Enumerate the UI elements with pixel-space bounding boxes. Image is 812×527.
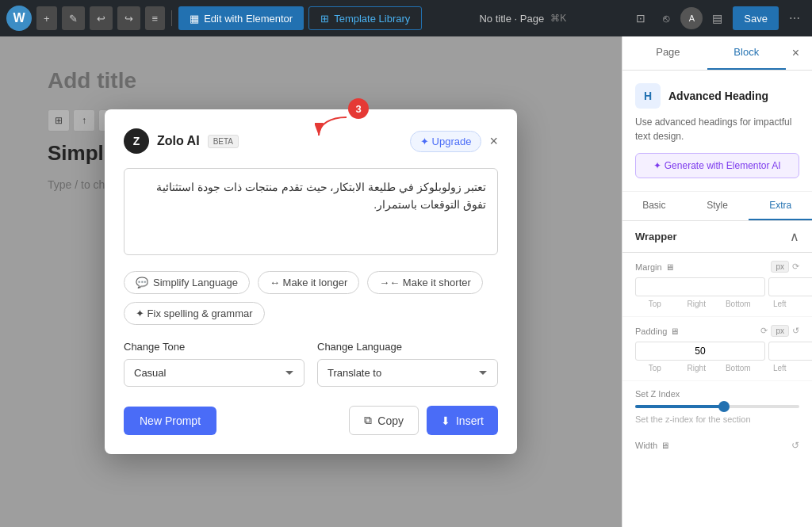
margin-right-label: Right (677, 300, 717, 308)
padding-link-icon[interactable]: ⟳ (760, 326, 768, 336)
tab-page[interactable]: Page (629, 36, 707, 70)
margin-responsive-icon[interactable]: 🖥 (665, 262, 674, 272)
editor-canvas: Add title ⊞ ↑ ≡ 💬 ✎ Simplif Type / to ch… (0, 36, 622, 527)
advanced-heading-section: H Advanced Heading Use advanced headings… (622, 71, 812, 192)
change-tone-label: Change Tone (124, 341, 304, 353)
list-icon-button[interactable]: ≡ (145, 6, 166, 30)
topbar: W + ✎ ↩ ↪ ≡ ▦ Edit with Elementor ⊞ Temp… (0, 0, 812, 36)
section-desc: Use advanced headings for impactful text… (635, 115, 799, 143)
tone-select[interactable]: Casual Formal Friendly Professional (124, 359, 304, 387)
fix-spelling-button[interactable]: ✦ Fix spelling & grammar (124, 302, 265, 325)
page-title: No title · Page (479, 13, 544, 25)
copy-icon: ⧉ (364, 414, 372, 427)
sub-tab-basic[interactable]: Basic (622, 192, 686, 220)
edit-elementor-button[interactable]: ▦ Edit with Elementor (178, 6, 304, 30)
generate-ai-button[interactable]: ✦ Generate with Elementor AI (635, 153, 799, 178)
insert-icon: ⬇ (441, 414, 450, 427)
sub-tab-extra[interactable]: Extra (749, 192, 812, 220)
tab-block[interactable]: Block (707, 36, 786, 70)
save-button[interactable]: Save (733, 6, 779, 30)
insert-button[interactable]: ⬇ Insert (427, 406, 498, 435)
heading-icon: H (635, 83, 661, 109)
new-prompt-button[interactable]: New Prompt (124, 407, 216, 435)
padding-label: Padding 🖥 ⟳ px ↺ (635, 325, 799, 337)
modal-header: Z Zolo AI BETA ✦ Upgrade × (124, 128, 498, 154)
padding-right-input[interactable] (768, 342, 812, 361)
more-options-button[interactable]: ⋯ (783, 7, 806, 29)
topbar-divider (171, 10, 172, 26)
make-longer-button[interactable]: ↔ Make it longer (258, 271, 359, 294)
z-index-slider-thumb[interactable] (718, 401, 730, 412)
main-area: Add title ⊞ ↑ ≡ 💬 ✎ Simplif Type / to ch… (0, 36, 812, 527)
responsive-icon-button[interactable]: ⊡ (630, 7, 652, 29)
wrapper-collapse[interactable]: Wrapper ∧ (622, 221, 812, 253)
step-number-badge: 3 (348, 98, 369, 119)
padding-unit: px (771, 325, 789, 337)
simplify-icon: 💬 (136, 277, 148, 288)
padding-prop: Padding 🖥 ⟳ px ↺ Top Right Bottom Left (622, 317, 812, 381)
zolo-logo-icon: Z (124, 128, 149, 154)
modal-close-button[interactable]: × (489, 134, 498, 148)
topbar-right-icons: ⊡ ⎋ A ▤ (630, 7, 728, 29)
beta-badge: BETA (208, 135, 239, 148)
section-header: H Advanced Heading (635, 83, 799, 109)
modal-logo-area: Z Zolo AI BETA (124, 128, 239, 154)
margin-label: Margin 🖥 px ⟳ (635, 261, 799, 273)
edit-icon-button[interactable]: ✎ (62, 6, 85, 30)
margin-right-input[interactable] (768, 277, 812, 296)
make-shorter-button[interactable]: →← Make it shorter (367, 271, 483, 294)
upgrade-button[interactable]: ✦ Upgrade (410, 131, 481, 152)
action-row-2: ✦ Fix spelling & grammar (124, 302, 498, 325)
right-panel: Page Block × H Advanced Heading Use adva… (622, 36, 812, 527)
margin-link-icon[interactable]: ⟳ (792, 262, 799, 272)
padding-left-label: Left (760, 364, 800, 372)
panel-tabs: Page Block × (622, 36, 812, 71)
panel-close-button[interactable]: × (786, 36, 806, 70)
margin-prop: Margin 🖥 px ⟳ Top Right Bottom Left (622, 253, 812, 317)
modal-overlay: 3 Z (0, 36, 622, 527)
redo-button[interactable]: ↪ (117, 6, 140, 30)
z-index-slider-track[interactable] (635, 405, 799, 408)
add-block-button[interactable]: + (36, 6, 57, 30)
avatar-icon-button[interactable]: A (680, 7, 703, 29)
padding-reset-icon[interactable]: ↺ (792, 326, 799, 336)
z-index-section: Set Z Index Set the z-index for the sect… (622, 381, 812, 432)
width-reset-icon[interactable]: ↺ (791, 440, 799, 451)
padding-responsive-icon[interactable]: 🖥 (670, 327, 679, 336)
change-language-group: Change Language Translate to English Fre… (317, 341, 498, 387)
padding-right-label: Right (677, 364, 717, 372)
margin-inputs (635, 277, 799, 296)
width-prop: Width 🖥 ↺ (622, 432, 812, 459)
simplify-language-button[interactable]: 💬 Simplify Language (124, 271, 250, 294)
footer-right-buttons: ⧉ Copy ⬇ Insert (349, 406, 498, 435)
copy-button[interactable]: ⧉ Copy (349, 406, 419, 435)
change-tone-group: Change Tone Casual Formal Friendly Profe… (124, 341, 304, 387)
external-icon-button[interactable]: ⎋ (655, 7, 677, 29)
z-index-slider-fill (635, 405, 726, 408)
margin-top-input[interactable] (635, 277, 765, 296)
zolo-ai-modal: 3 Z (105, 109, 517, 454)
width-responsive-icon[interactable]: 🖥 (661, 441, 669, 450)
padding-top-label: Top (635, 364, 675, 372)
margin-positions: Top Right Bottom Left (635, 300, 799, 308)
wp-logo-icon[interactable]: W (6, 6, 32, 31)
padding-inputs (635, 342, 799, 361)
width-label: Width 🖥 (635, 441, 669, 450)
sub-tab-style[interactable]: Style (686, 192, 749, 220)
padding-top-input[interactable] (635, 342, 765, 361)
padding-positions: Top Right Bottom Left (635, 364, 799, 372)
section-title: Advanced Heading (668, 90, 768, 102)
template-library-button[interactable]: ⊞ Template Library (308, 6, 422, 30)
language-select[interactable]: Translate to English French Spanish (317, 359, 498, 387)
undo-button[interactable]: ↩ (90, 6, 113, 30)
z-index-desc: Set the z-index for the section (635, 414, 799, 424)
prompt-textarea[interactable]: تعتبر زولوبلوكز في طليعة الابتكار، حيث ت… (124, 168, 498, 255)
wrapper-collapse-icon: ∧ (790, 229, 799, 244)
padding-bottom-label: Bottom (718, 364, 758, 372)
panel-icon-button[interactable]: ▤ (706, 7, 728, 29)
margin-unit: px (771, 261, 789, 273)
change-language-label: Change Language (317, 341, 498, 353)
selectors-row: Change Tone Casual Formal Friendly Profe… (124, 341, 498, 387)
action-row-1: 💬 Simplify Language ↔ Make it longer →← … (124, 271, 498, 294)
sub-tabs: Basic Style Extra (622, 192, 812, 221)
